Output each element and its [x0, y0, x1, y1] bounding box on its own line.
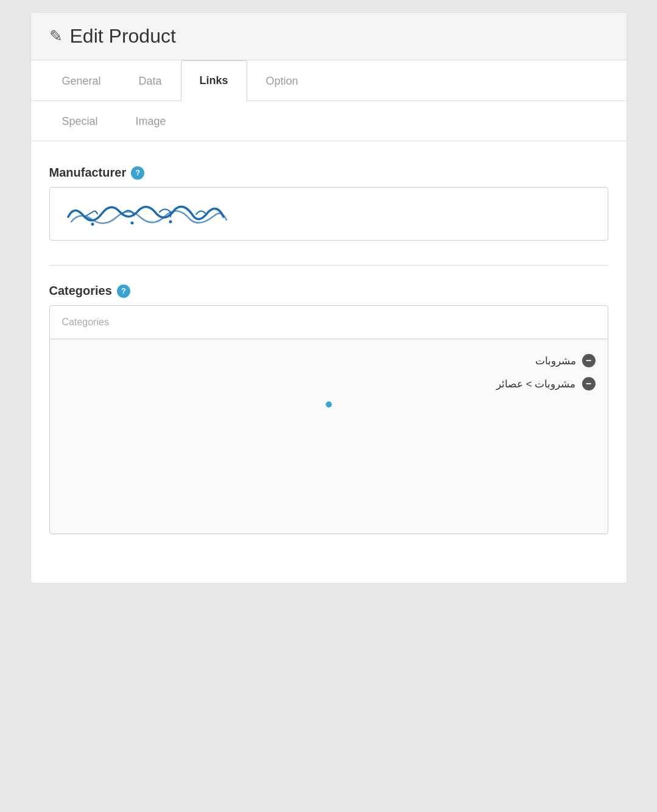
- categories-label: Categories ?: [49, 284, 608, 298]
- manufacturer-help-icon[interactable]: ?: [131, 166, 144, 180]
- content-area: Manufacturer ?: [31, 141, 627, 583]
- edit-product-card: ✎ Edit Product General Data Links Option…: [30, 12, 627, 584]
- page-container: ✎ Edit Product General Data Links Option…: [30, 12, 627, 584]
- manufacturer-scribble: [62, 199, 233, 229]
- manufacturer-title: Manufacturer: [49, 166, 127, 180]
- pencil-icon: ✎: [49, 27, 63, 46]
- tab-general[interactable]: General: [43, 61, 120, 101]
- remove-category-1-icon[interactable]: −: [582, 354, 596, 367]
- svg-point-2: [169, 221, 172, 224]
- list-item: − مشروبات: [62, 349, 596, 372]
- tabs-section: General Data Links Option Special Image: [31, 60, 627, 141]
- tab-links[interactable]: Links: [181, 60, 247, 101]
- tab-option[interactable]: Option: [247, 61, 317, 101]
- manufacturer-section: Manufacturer ?: [49, 166, 608, 241]
- card-header: ✎ Edit Product: [31, 13, 627, 60]
- loading-dot-indicator: [326, 401, 332, 408]
- tab-special[interactable]: Special: [43, 101, 117, 141]
- category-label-1: مشروبات: [535, 355, 576, 367]
- categories-title: Categories: [49, 284, 112, 298]
- tab-image[interactable]: Image: [117, 101, 185, 141]
- manufacturer-box[interactable]: [49, 187, 608, 241]
- categories-section: Categories ? − مشروبات − مشروبات > عصائر: [49, 284, 608, 534]
- manufacturer-label: Manufacturer ?: [49, 166, 608, 180]
- tabs-row-2: Special Image: [31, 101, 627, 141]
- categories-input[interactable]: [49, 305, 608, 339]
- category-label-2: مشروبات > عصائر: [496, 378, 575, 390]
- remove-category-2-icon[interactable]: −: [582, 377, 596, 390]
- categories-help-icon[interactable]: ?: [117, 284, 130, 298]
- page-title: Edit Product: [70, 25, 176, 48]
- tab-data[interactable]: Data: [120, 61, 181, 101]
- tabs-row-1: General Data Links Option: [31, 60, 627, 101]
- svg-point-0: [91, 223, 94, 226]
- section-divider: [49, 265, 608, 266]
- svg-point-1: [130, 222, 133, 225]
- list-item: − مشروبات > عصائر: [62, 372, 596, 395]
- categories-list: − مشروبات − مشروبات > عصائر: [49, 339, 608, 534]
